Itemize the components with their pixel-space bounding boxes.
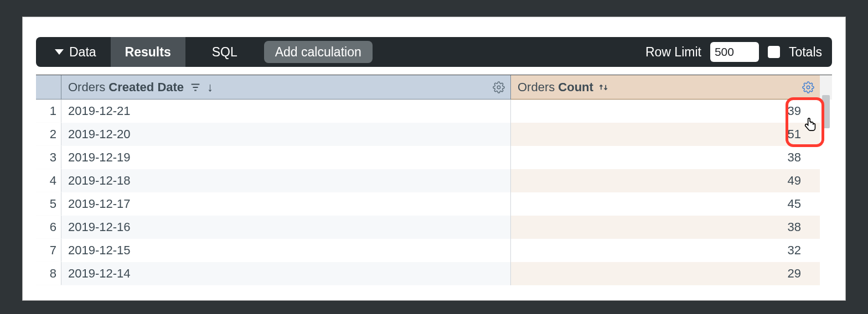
table-row[interactable]: 52019-12-1745 (36, 192, 832, 216)
row-limit-label: Row Limit (645, 45, 701, 60)
tab-results[interactable]: Results (111, 37, 185, 67)
add-calculation-button[interactable]: Add calculation (264, 41, 373, 63)
row-number-header (36, 75, 61, 100)
svg-point-4 (807, 86, 810, 89)
row-number: 4 (36, 169, 61, 192)
filter-icon (189, 81, 202, 93)
cell-count[interactable]: 29 (511, 262, 820, 285)
row-number: 8 (36, 262, 61, 285)
tab-results-label: Results (125, 45, 171, 60)
cell-created-date[interactable]: 2019-12-17 (61, 192, 511, 216)
cell-created-date[interactable]: 2019-12-21 (61, 100, 511, 123)
gear-icon[interactable] (493, 81, 505, 93)
results-table: Orders Created Date ↓ Orders Count (36, 75, 832, 285)
scroll-gutter (820, 100, 832, 123)
scroll-gutter (820, 239, 832, 262)
row-number: 6 (36, 216, 61, 239)
gear-icon[interactable] (802, 81, 814, 93)
row-limit-input[interactable] (710, 42, 759, 62)
totals-checkbox[interactable] (768, 46, 780, 58)
tab-sql[interactable]: SQL (185, 37, 264, 67)
row-number: 5 (36, 192, 61, 216)
scroll-gutter (820, 123, 832, 146)
cell-count[interactable]: 32 (511, 239, 820, 262)
tab-sql-label: SQL (212, 45, 237, 60)
pivot-icon (598, 82, 609, 93)
cell-count[interactable]: 38 (511, 146, 820, 169)
scroll-gutter (820, 146, 832, 169)
cell-created-date[interactable]: 2019-12-20 (61, 123, 511, 146)
row-number: 2 (36, 123, 61, 146)
toolbar-tabs: Data Results SQL Add calculation (36, 37, 373, 67)
explore-toolbar: Data Results SQL Add calculation Row Lim… (36, 37, 832, 67)
table-row[interactable]: 72019-12-1532 (36, 239, 832, 262)
table-row[interactable]: 22019-12-2051 (36, 123, 832, 146)
row-number: 7 (36, 239, 61, 262)
row-number: 3 (36, 146, 61, 169)
table-row[interactable]: 62019-12-1638 (36, 216, 832, 239)
column-header-count[interactable]: Orders Count (511, 75, 820, 100)
column-headers: Orders Created Date ↓ Orders Count (36, 75, 832, 100)
toolbar-right: Row Limit Totals (636, 37, 832, 67)
cell-count[interactable]: 38 (511, 216, 820, 239)
table-row[interactable]: 12019-12-2139 (36, 100, 832, 123)
scroll-gutter (820, 192, 832, 216)
table-body: 12019-12-213922019-12-205132019-12-19384… (36, 100, 832, 285)
table-row[interactable]: 32019-12-1938 (36, 146, 832, 169)
cell-created-date[interactable]: 2019-12-15 (61, 239, 511, 262)
column-header-created-date[interactable]: Orders Created Date ↓ (61, 75, 511, 100)
sort-descending-icon: ↓ (207, 80, 213, 95)
cell-created-date[interactable]: 2019-12-19 (61, 146, 511, 169)
cell-count[interactable]: 49 (511, 169, 820, 192)
caret-down-icon (55, 49, 64, 55)
table-row[interactable]: 82019-12-1429 (36, 262, 832, 285)
tab-data-label: Data (69, 45, 96, 60)
tab-data[interactable]: Data (36, 37, 111, 67)
cell-created-date[interactable]: 2019-12-18 (61, 169, 511, 192)
cell-created-date[interactable]: 2019-12-14 (61, 262, 511, 285)
svg-point-3 (497, 86, 500, 89)
cell-count[interactable]: 51 (511, 123, 820, 146)
totals-label: Totals (789, 45, 822, 60)
scroll-gutter (820, 216, 832, 239)
scroll-gutter (820, 169, 832, 192)
row-number: 1 (36, 100, 61, 123)
add-calculation-label: Add calculation (275, 45, 361, 60)
table-row[interactable]: 42019-12-1849 (36, 169, 832, 192)
cell-created-date[interactable]: 2019-12-16 (61, 216, 511, 239)
cell-count[interactable]: 39 (511, 100, 820, 123)
results-panel: Data Results SQL Add calculation Row Lim… (22, 17, 846, 301)
scroll-gutter (820, 262, 832, 285)
cell-count[interactable]: 45 (511, 192, 820, 216)
